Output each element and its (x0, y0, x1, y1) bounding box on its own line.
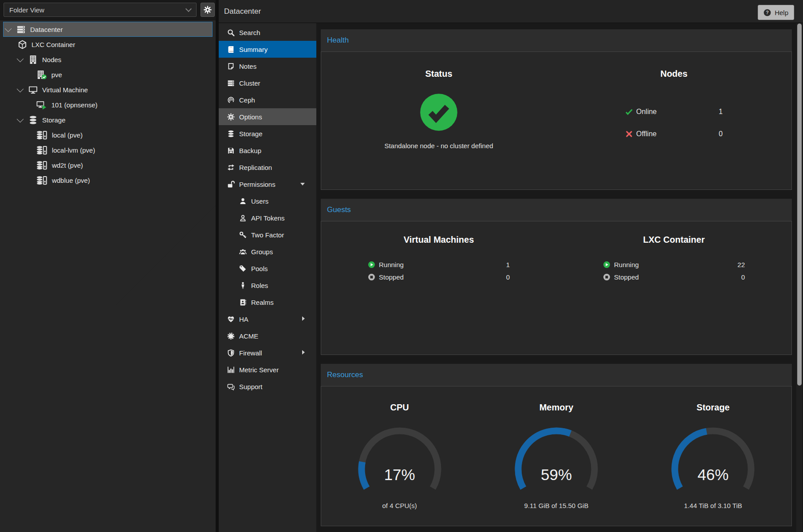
content-area: Health Status Standalone node - no clust… (316, 23, 803, 532)
tree-settings-button[interactable] (201, 3, 215, 17)
guest-row-label: Running (614, 261, 639, 268)
database-icon (28, 115, 38, 125)
guest-row-value: 22 (737, 261, 745, 268)
nav-item-groups[interactable]: Groups (219, 243, 316, 260)
user-icon (238, 197, 247, 205)
nav-item-cluster[interactable]: Cluster (219, 75, 316, 91)
nav-item-replication[interactable]: Replication (219, 159, 316, 176)
expand-down-icon (300, 183, 305, 185)
nav-item-label: Permissions (239, 181, 276, 188)
nav-item-acme[interactable]: ACME (219, 327, 316, 344)
guest-row-value: 0 (741, 273, 745, 281)
gear-icon (204, 6, 212, 14)
nav-item-label: API Tokens (251, 214, 285, 222)
vertical-scrollbar[interactable] (796, 23, 802, 532)
guest-row-running[interactable]: Running22 (603, 258, 745, 271)
help-icon: ? (764, 9, 775, 16)
guest-row-running[interactable]: Running1 (368, 258, 510, 271)
help-button[interactable]: ? Help (758, 5, 794, 20)
tree-item-label: wdblue (pve) (52, 177, 90, 184)
tree-item-datacenter[interactable]: Datacenter (3, 22, 213, 37)
tree-item-local-lvm-pve[interactable]: local-lvm (pve) (3, 142, 213, 158)
tree-toolbar: Folder View (0, 0, 216, 20)
tree-item-nodes[interactable]: Nodes (3, 52, 213, 67)
nav-item-label: Backup (239, 147, 261, 154)
nav-item-two-factor[interactable]: Two Factor (219, 226, 316, 243)
chevron-down-icon[interactable] (17, 115, 24, 122)
view-selector[interactable]: Folder View (4, 3, 197, 17)
node-status-value: 1 (719, 108, 723, 116)
node-status-row-online: Online1 (625, 104, 723, 119)
nav-item-label: Pools (251, 265, 268, 272)
tree-item-wd2t-pve[interactable]: wd2t (pve) (3, 158, 213, 173)
nodes-heading: Nodes (660, 69, 687, 79)
nav-item-realms[interactable]: Realms (219, 294, 316, 311)
nav-item-notes[interactable]: Notes (219, 58, 316, 75)
gauge: 59% (510, 425, 603, 491)
chevron-down-icon[interactable] (17, 55, 24, 62)
heartbeat-icon (226, 315, 235, 323)
nav-item-ceph[interactable]: Ceph (219, 91, 316, 108)
guests-panel-header: Guests (321, 199, 792, 221)
tree-item-label: 101 (opnsense) (51, 101, 98, 109)
tree-item-virtual-machine[interactable]: Virtual Machine (3, 82, 213, 97)
nav-item-backup[interactable]: Backup (219, 142, 316, 159)
nav-item-metric-server[interactable]: Metric Server (219, 361, 316, 378)
scrollbar-thumb[interactable] (797, 24, 802, 386)
nav-item-label: Storage (239, 130, 263, 138)
nav-item-roles[interactable]: Roles (219, 277, 316, 294)
resources-panel-title: Resources (327, 370, 363, 379)
nav-item-support[interactable]: Support (219, 378, 316, 395)
chevron-down-icon (185, 6, 192, 12)
nav-item-summary[interactable]: Summary (219, 41, 316, 58)
nav-item-search[interactable]: Search (219, 24, 316, 41)
resource-tree: DatacenterLXC ContainerNodespveVirtual M… (0, 20, 216, 532)
nav-item-permissions[interactable]: Permissions (219, 176, 316, 193)
resources-panel: Resources CPU17%of 4 CPU(s)Memory59%9.11… (321, 364, 792, 526)
nav-item-pools[interactable]: Pools (219, 260, 316, 277)
guest-column-heading: Virtual Machines (404, 235, 474, 245)
nav-item-label: HA (239, 315, 248, 323)
running-icon (603, 261, 610, 268)
nav-item-storage[interactable]: Storage (219, 125, 316, 142)
user-outline-icon (238, 214, 247, 222)
resources-panel-header: Resources (321, 364, 792, 386)
health-panel-body: Status Standalone node - no cluster defi… (321, 51, 792, 190)
building-icon (28, 55, 38, 64)
tree-item-label: LXC Container (31, 41, 75, 48)
status-ok-icon (420, 93, 458, 131)
nav-item-ha[interactable]: HA (219, 311, 316, 327)
chevron-down-icon[interactable] (17, 85, 24, 92)
tree-item-101-opnsense[interactable]: 101 (opnsense) (3, 97, 213, 112)
resource-gauge-storage: Storage46%1.44 TiB of 3.10 TiB (635, 386, 791, 526)
nodes-column: Nodes Online1Offline0 (556, 52, 791, 189)
nav-item-label: Firewall (239, 349, 262, 357)
key-icon (238, 231, 247, 239)
status-heading: Status (425, 69, 452, 79)
nav-item-label: Support (239, 383, 263, 390)
nav-item-api-tokens[interactable]: API Tokens (219, 209, 316, 226)
tree-item-local-pve[interactable]: local (pve) (3, 127, 213, 142)
guest-row-stopped[interactable]: Stopped0 (603, 271, 745, 283)
running-icon (368, 261, 375, 268)
gauge: 46% (666, 425, 760, 491)
tree-item-wdblue-pve[interactable]: wdblue (pve) (3, 173, 213, 188)
check-icon (625, 108, 633, 116)
panel-splitter[interactable] (216, 0, 219, 532)
gauge-percent: 17% (353, 466, 446, 484)
tree-item-storage[interactable]: Storage (3, 112, 213, 127)
nav-item-label: Metric Server (239, 366, 279, 374)
nav-item-firewall[interactable]: Firewall (219, 344, 316, 361)
svg-text:?: ? (766, 10, 768, 15)
gauge: 17% (353, 425, 446, 491)
tree-item-lxc-container[interactable]: LXC Container (3, 37, 213, 52)
address-book-icon (238, 299, 247, 306)
guest-table: Running1Stopped0 (368, 258, 510, 283)
chevron-down-icon[interactable] (5, 25, 12, 32)
gauge-percent: 46% (666, 466, 760, 484)
nav-item-options[interactable]: Options (219, 108, 316, 125)
tree-item-pve[interactable]: pve (3, 67, 213, 82)
guest-row-stopped[interactable]: Stopped0 (368, 271, 510, 283)
content-header: Datacenter ? Help (219, 0, 803, 23)
nav-item-users[interactable]: Users (219, 193, 316, 209)
